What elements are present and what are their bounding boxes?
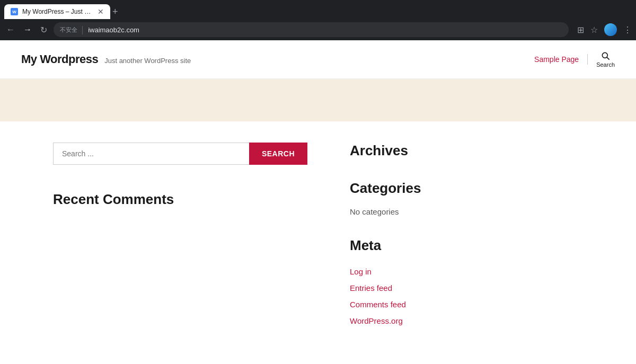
search-icon-label: Search [596,61,615,68]
site-banner [0,79,636,121]
site-branding: My Wordpress Just another WordPress site [21,52,191,66]
nav-divider [587,54,588,65]
search-button[interactable]: SEARCH [249,143,307,165]
search-widget: SEARCH [53,143,307,165]
svg-line-1 [607,57,610,60]
url-bar[interactable]: 不安全 │ iwaimaob2c.com [54,22,569,37]
archives-section: Archives [350,143,604,159]
tab-close-button[interactable]: ✕ [98,7,104,16]
tab-favicon: W [11,8,18,15]
reload-button[interactable]: ↻ [38,23,49,37]
meta-link-item[interactable]: WordPress.org [350,314,604,328]
tab-bar: W My WordPress – Just another ✕ + [0,0,636,19]
security-indicator: 不安全 [60,26,77,34]
header-right: Sample Page Search [534,51,615,68]
site-wrapper: My Wordpress Just another WordPress site… [0,40,636,349]
site-title: My Wordpress [21,52,98,66]
svg-point-0 [602,52,607,58]
search-input[interactable] [53,143,249,165]
translate-icon[interactable]: ⊞ [577,25,584,35]
bookmark-icon[interactable]: ☆ [590,25,598,35]
url-separator: │ [81,26,85,34]
url-text: iwaimaob2c.com [88,26,139,34]
recent-comments-section: Recent Comments [53,191,307,208]
new-tab-button[interactable]: + [112,6,118,17]
meta-links: Log inEntries feedComments feedWordPress… [350,264,604,328]
content-right: Archives Categories No categories Meta L… [350,143,604,328]
site-tagline: Just another WordPress site [104,57,191,65]
header-search-button[interactable]: Search [596,51,615,68]
back-button[interactable]: ← [4,23,17,37]
archives-title: Archives [350,143,604,159]
meta-link-item[interactable]: Comments feed [350,297,604,312]
search-icon [600,51,611,61]
meta-link-item[interactable]: Entries feed [350,281,604,295]
categories-section: Categories No categories [350,180,604,216]
address-bar: ← → ↻ 不安全 │ iwaimaob2c.com ⊞ ☆ ⋮ [0,19,636,40]
browser-actions: ⊞ ☆ ⋮ [577,23,632,36]
site-main: SEARCH Recent Comments Archives Categori… [0,121,636,349]
recent-comments-title: Recent Comments [53,191,307,208]
meta-title: Meta [350,237,604,254]
content-left: SEARCH Recent Comments [53,143,307,328]
meta-section: Meta Log inEntries feedComments feedWord… [350,237,604,328]
tab-title: My WordPress – Just another [22,8,93,15]
sample-page-link[interactable]: Sample Page [534,55,579,64]
forward-button[interactable]: → [21,23,34,37]
categories-title: Categories [350,180,604,197]
browser-chrome: W My WordPress – Just another ✕ + ← → ↻ … [0,0,636,40]
meta-link-item[interactable]: Log in [350,264,604,279]
site-header: My Wordpress Just another WordPress site… [0,40,636,79]
menu-icon[interactable]: ⋮ [623,25,632,35]
profile-button[interactable] [604,23,617,36]
active-tab[interactable]: W My WordPress – Just another ✕ [4,4,110,19]
no-categories-text: No categories [350,207,604,216]
